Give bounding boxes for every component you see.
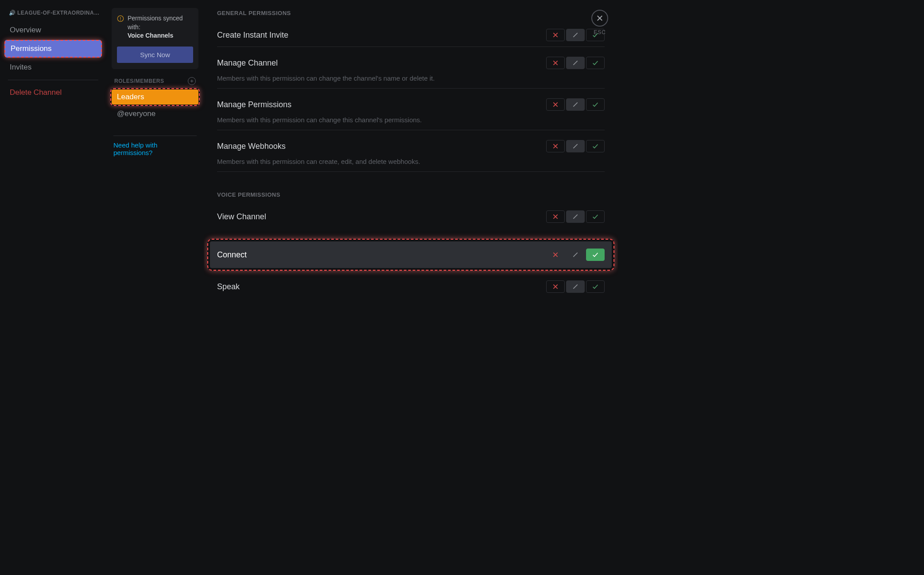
close-label: ESC (591, 29, 608, 35)
role-everyone[interactable]: @everyone (112, 106, 198, 121)
toggle-neutral[interactable] (566, 280, 585, 293)
svg-line-10 (573, 61, 577, 65)
svg-line-7 (573, 33, 577, 37)
perm-manage-channel: Manage Channel Members with this permiss… (217, 52, 605, 89)
help-divider (113, 136, 197, 136)
channel-name: LEAGUE-OF-EXTRAORDINA… (17, 10, 100, 16)
perm-view-channel-title: View Channel (217, 212, 266, 221)
perm-manage-permissions-desc: Members with this permission can change … (217, 115, 605, 124)
toggle-neutral[interactable] (566, 57, 585, 69)
toggle-manage-permissions (546, 98, 605, 111)
toggle-allow[interactable] (586, 98, 605, 111)
perm-connect: Connect (210, 241, 612, 268)
channel-header: 🔊 LEAGUE-OF-EXTRAORDINA… (4, 10, 102, 16)
perm-manage-permissions-title: Manage Permissions (217, 100, 291, 109)
svg-line-25 (573, 284, 577, 288)
perm-manage-permissions: Manage Permissions Members with this per… (217, 94, 605, 130)
toggle-allow[interactable] (586, 140, 605, 152)
general-permissions-title: GENERAL PERMISSIONS (217, 10, 605, 16)
svg-line-16 (573, 144, 577, 148)
voice-permissions-title: VOICE PERMISSIONS (217, 191, 605, 198)
nav-permissions[interactable]: Permissions (4, 40, 102, 58)
toggle-connect (546, 249, 605, 261)
perm-create-invite: Create Instant Invite (217, 24, 605, 47)
sync-line1: Permissions synced with: (128, 15, 183, 31)
perm-manage-channel-desc: Members with this permission can change … (217, 74, 605, 83)
role-leaders[interactable]: Leaders (112, 89, 198, 105)
add-role-button[interactable] (188, 77, 196, 85)
toggle-allow[interactable] (586, 57, 605, 69)
roles-column: Permissions synced with: Voice Channels … (106, 0, 204, 385)
toggle-deny[interactable] (546, 280, 565, 293)
perm-speak-title: Speak (217, 282, 240, 291)
toggle-allow[interactable] (586, 249, 605, 261)
close-area: ESC (591, 10, 608, 35)
perm-manage-channel-title: Manage Channel (217, 58, 278, 68)
warning-icon (117, 15, 124, 40)
perm-manage-webhooks-desc: Members with this permission can create,… (217, 157, 605, 166)
toggle-deny[interactable] (546, 57, 565, 69)
toggle-allow[interactable] (586, 210, 605, 223)
toggle-manage-webhooks (546, 140, 605, 152)
toggle-deny[interactable] (546, 29, 565, 41)
voice-channel-icon: 🔊 (9, 10, 16, 16)
perm-create-invite-title: Create Instant Invite (217, 31, 288, 40)
perm-connect-title: Connect (217, 250, 247, 260)
help-permissions-link[interactable]: Need help with permissions? (112, 141, 198, 156)
perm-manage-webhooks-title: Manage Webhooks (217, 142, 286, 151)
svg-line-13 (573, 102, 577, 106)
toggle-neutral[interactable] (566, 140, 585, 152)
toggle-neutral[interactable] (566, 29, 585, 41)
toggle-deny[interactable] (546, 98, 565, 111)
nav-overview[interactable]: Overview (4, 22, 102, 38)
permissions-panel: GENERAL PERMISSIONS Create Instant Invit… (204, 0, 618, 385)
svg-point-2 (120, 20, 121, 20)
roles-header: ROLES/MEMBERS (112, 77, 198, 85)
svg-line-22 (573, 253, 577, 256)
toggle-neutral[interactable] (566, 98, 585, 111)
settings-sidebar: 🔊 LEAGUE-OF-EXTRAORDINA… Overview Permis… (0, 0, 106, 385)
roles-title: ROLES/MEMBERS (114, 78, 164, 84)
toggle-neutral[interactable] (566, 210, 585, 223)
svg-line-19 (573, 214, 577, 218)
toggle-neutral[interactable] (566, 249, 585, 261)
toggle-deny[interactable] (546, 140, 565, 152)
sync-line2: Voice Channels (128, 31, 193, 40)
toggle-view-channel (546, 210, 605, 223)
toggle-deny[interactable] (546, 210, 565, 223)
sync-text: Permissions synced with: Voice Channels (128, 14, 193, 40)
nav-invites[interactable]: Invites (4, 59, 102, 75)
perm-view-channel: View Channel (217, 206, 605, 228)
close-button[interactable] (591, 10, 608, 27)
sidebar-divider (8, 80, 98, 80)
toggle-allow[interactable] (586, 280, 605, 293)
sync-now-button[interactable]: Sync Now (117, 47, 193, 63)
nav-delete-channel[interactable]: Delete Channel (4, 85, 102, 101)
toggle-deny[interactable] (546, 249, 565, 261)
perm-manage-webhooks: Manage Webhooks Members with this permis… (217, 136, 605, 172)
sync-card: Permissions synced with: Voice Channels … (112, 8, 198, 69)
toggle-manage-channel (546, 57, 605, 69)
toggle-speak (546, 280, 605, 293)
perm-speak: Speak (217, 276, 605, 298)
